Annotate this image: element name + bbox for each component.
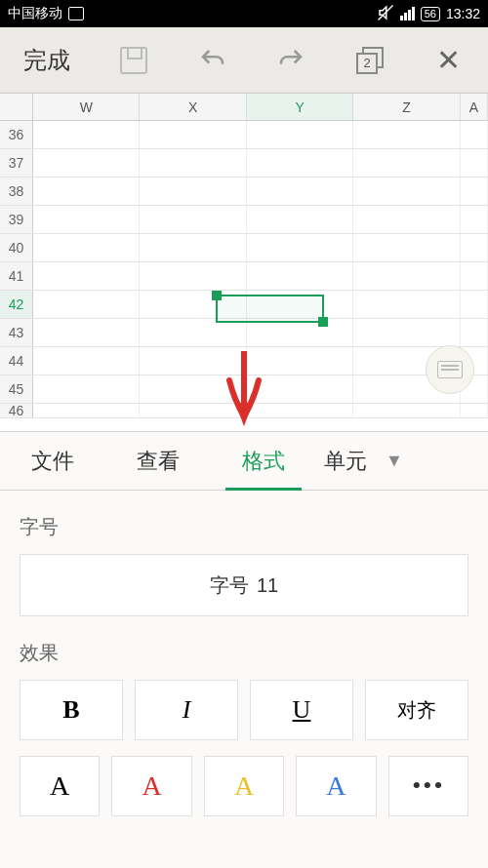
row-header[interactable]: 39: [0, 206, 33, 233]
close-button[interactable]: ✕: [409, 27, 488, 93]
tab-format[interactable]: 格式: [211, 432, 316, 490]
tabs-dropdown[interactable]: ▼: [375, 451, 414, 471]
col-header[interactable]: A: [461, 94, 488, 120]
cell[interactable]: [461, 149, 488, 177]
signal-icon: [400, 7, 415, 20]
selection-handle-top-left[interactable]: [212, 291, 222, 300]
cell[interactable]: [33, 262, 140, 290]
row-header[interactable]: 44: [0, 347, 33, 375]
row-header[interactable]: 41: [0, 262, 33, 290]
status-bar: 中国移动 56 13:32: [0, 0, 488, 27]
save-button[interactable]: [95, 27, 174, 93]
italic-button[interactable]: I: [135, 680, 238, 740]
cell[interactable]: [33, 347, 140, 375]
cell[interactable]: [33, 404, 140, 417]
tab-file[interactable]: 文件: [0, 432, 105, 490]
cell[interactable]: [353, 234, 460, 261]
cell[interactable]: [353, 291, 460, 318]
cell[interactable]: [353, 149, 460, 177]
cell[interactable]: [353, 206, 460, 233]
cell[interactable]: [140, 262, 246, 290]
cell[interactable]: [353, 262, 460, 290]
cell[interactable]: [247, 121, 353, 148]
row-header[interactable]: 42: [0, 291, 33, 318]
cell[interactable]: [461, 291, 488, 318]
cell[interactable]: [247, 206, 353, 233]
cell[interactable]: [33, 206, 140, 233]
mute-icon: [377, 4, 394, 24]
selection-handle-bottom-right[interactable]: [318, 317, 328, 327]
font-color-red[interactable]: A: [111, 756, 191, 816]
font-color-blue[interactable]: A: [296, 756, 376, 816]
undo-button[interactable]: [173, 27, 252, 93]
cell[interactable]: [461, 121, 488, 148]
col-header[interactable]: Y: [247, 94, 353, 120]
cell[interactable]: [461, 206, 488, 233]
cell[interactable]: [33, 234, 140, 261]
battery-indicator: 56: [421, 7, 440, 21]
cell[interactable]: [33, 121, 140, 148]
fontsize-selector[interactable]: 字号 11: [20, 554, 468, 616]
cell[interactable]: [140, 149, 246, 177]
underline-button[interactable]: U: [250, 680, 353, 740]
keyboard-button[interactable]: [426, 345, 474, 394]
cell[interactable]: [140, 206, 246, 233]
row-header[interactable]: 40: [0, 234, 33, 261]
redo-button[interactable]: [252, 27, 331, 93]
sheets-icon: 2: [356, 47, 384, 74]
sheet-row: 41: [0, 262, 488, 291]
cell[interactable]: [247, 149, 353, 177]
cell[interactable]: [140, 178, 246, 205]
cell[interactable]: [33, 375, 140, 403]
cell[interactable]: [140, 319, 246, 346]
cell[interactable]: [461, 404, 488, 417]
cell[interactable]: [461, 234, 488, 261]
clock: 13:32: [446, 6, 480, 21]
row-header[interactable]: 43: [0, 319, 33, 346]
panel-tabs: 文件 查看 格式 单元 ▼: [0, 432, 488, 491]
cell[interactable]: [353, 319, 460, 346]
row-header[interactable]: 45: [0, 375, 33, 403]
toolbar: 完成 2 ✕: [0, 27, 488, 94]
select-all-corner[interactable]: [0, 94, 33, 120]
row-header[interactable]: 46: [0, 404, 33, 417]
cell[interactable]: [33, 319, 140, 346]
cell[interactable]: [247, 234, 353, 261]
cell-selection[interactable]: [216, 295, 324, 323]
font-color-black[interactable]: A: [20, 756, 100, 816]
cell[interactable]: [247, 178, 353, 205]
cell[interactable]: [33, 291, 140, 318]
cell[interactable]: [461, 319, 488, 346]
row-header[interactable]: 37: [0, 149, 33, 177]
sheet-row: 38: [0, 178, 488, 206]
sheet-row: 36: [0, 121, 488, 149]
cell[interactable]: [461, 262, 488, 290]
sheet-row: 39: [0, 206, 488, 234]
align-button[interactable]: 对齐: [365, 680, 468, 740]
sheet-row: 43: [0, 319, 488, 347]
font-color-yellow[interactable]: A: [204, 756, 284, 816]
col-header[interactable]: Z: [353, 94, 460, 120]
sheets-button[interactable]: 2: [331, 27, 410, 93]
cell[interactable]: [33, 178, 140, 205]
cell[interactable]: [33, 149, 140, 177]
chevron-down-icon: ▼: [386, 451, 403, 471]
cell[interactable]: [353, 121, 460, 148]
row-header[interactable]: 38: [0, 178, 33, 205]
tab-view[interactable]: 查看: [105, 432, 211, 490]
cell[interactable]: [140, 121, 246, 148]
cell[interactable]: [247, 262, 353, 290]
tab-cell[interactable]: 单元: [316, 432, 375, 490]
cell[interactable]: [247, 319, 353, 346]
cell[interactable]: [353, 178, 460, 205]
column-headers: W X Y Z A: [0, 94, 488, 121]
cell[interactable]: [140, 234, 246, 261]
cell[interactable]: [461, 178, 488, 205]
row-header[interactable]: 36: [0, 121, 33, 148]
col-header[interactable]: X: [140, 94, 246, 120]
col-header[interactable]: W: [33, 94, 140, 120]
bold-button[interactable]: B: [20, 680, 123, 740]
cell[interactable]: [353, 404, 460, 417]
done-button[interactable]: 完成: [0, 27, 95, 93]
font-color-more[interactable]: •••: [388, 756, 468, 816]
